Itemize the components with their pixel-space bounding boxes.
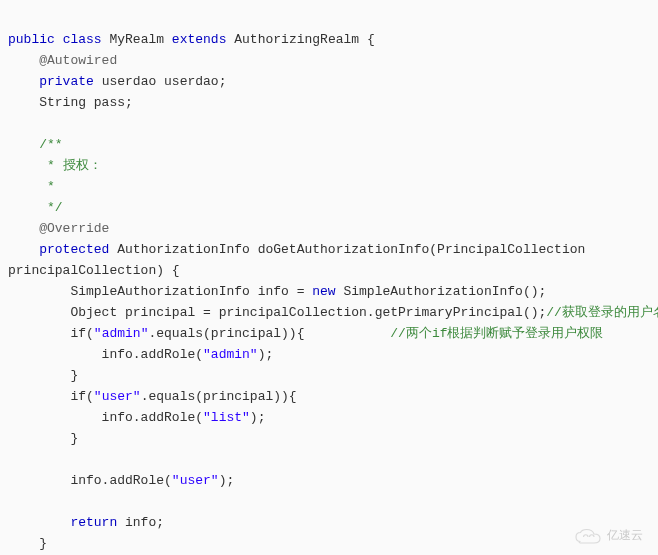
keyword: public [8,32,55,47]
watermark-text: 亿速云 [607,526,643,547]
string-literal: "admin" [203,347,258,362]
code-text: if [8,389,86,404]
code-text: Object principal = principalCollection.g… [8,305,546,320]
code-text: } [8,431,78,446]
code-text: SimpleAuthorizationInfo(); [336,284,547,299]
keyword: new [312,284,335,299]
code-text: ( [86,326,94,341]
string-literal: "user" [94,389,141,404]
code-blank [8,494,16,509]
code-text: if [8,326,86,341]
code-text: ); [258,347,274,362]
watermark: 亿速云 [573,526,643,547]
code-text: } [8,536,47,551]
code-text: AuthorizationInfo doGetAuthorizationInfo… [109,242,585,257]
code-text: AuthorizingRealm { [226,32,374,47]
code-text: info.addRole( [8,347,203,362]
code-editor: public class MyRealm extends Authorizing… [8,8,650,554]
keyword: protected [8,242,109,257]
code-text: ); [219,473,235,488]
class-name: MyRealm [102,32,172,47]
string-literal: "user" [172,473,219,488]
doc-comment: * [8,179,55,194]
keyword: extends [172,32,227,47]
code-text: userdao userdao; [94,74,227,89]
code-text: info; [117,515,164,530]
code-text: .equals(principal)){ [148,326,390,341]
code-blank [8,116,16,131]
code-text: principalCollection) { [8,263,180,278]
string-literal: "list" [203,410,250,425]
code-blank [8,452,16,467]
code-text: String pass; [8,95,133,110]
keyword: private [8,74,94,89]
doc-comment: */ [8,200,63,215]
inline-comment: //两个if根据判断赋予登录用户权限 [390,326,603,341]
inline-comment: //获取登录的用户名 [546,305,658,320]
code-text: ( [86,389,94,404]
doc-comment: /** [8,137,63,152]
cloud-icon [573,527,603,547]
string-literal: "admin" [94,326,149,341]
code-text: info.addRole( [8,410,203,425]
keyword: class [63,32,102,47]
annotation: @Override [8,221,109,236]
code-text: ); [250,410,266,425]
doc-comment: * 授权： [8,158,102,173]
code-text: } [8,368,78,383]
keyword: return [8,515,117,530]
code-text: info.addRole( [8,473,172,488]
code-text: .equals(principal)){ [141,389,297,404]
code-text: SimpleAuthorizationInfo info = [8,284,312,299]
annotation: @Autowired [8,53,117,68]
